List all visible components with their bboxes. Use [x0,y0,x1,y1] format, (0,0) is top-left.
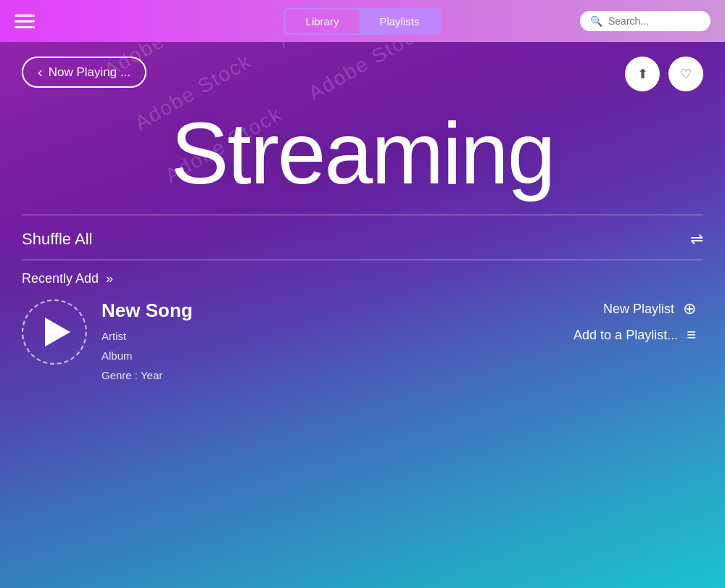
new-playlist-label: New Playlist [603,302,674,317]
new-playlist-row[interactable]: New Playlist ⊕ [603,299,696,318]
play-triangle-icon [45,318,70,347]
song-title: New Song [102,299,193,322]
menu-icon[interactable] [14,15,35,28]
heart-icon: ♡ [680,66,692,82]
add-circle-icon: ⊕ [683,299,696,318]
streaming-title: Streaming [22,109,703,196]
shuffle-icon[interactable]: ⇌ [690,230,703,249]
share-icon: ⬆ [637,66,648,82]
divider-2 [22,260,703,260]
favorite-button[interactable]: ♡ [668,57,703,91]
search-box: 🔍 [580,11,710,31]
play-button[interactable] [22,299,87,365]
now-playing-label: Now Playing ... [49,65,130,80]
main-content: Now Playing ... ⬆ ♡ Streaming Shuffle Al… [0,42,725,588]
recently-add-label: Recently Add [22,271,99,286]
tab-playlists[interactable]: Playlists [359,9,439,33]
share-button[interactable]: ⬆ [625,57,660,91]
now-playing-button[interactable]: Now Playing ... [22,57,146,88]
nav-tabs: Library Playlists [284,8,442,35]
song-info: New Song Artist Album Genre : Year [102,299,193,385]
tab-library[interactable]: Library [286,9,360,33]
shuffle-row: Shuffle All ⇌ [22,226,703,260]
song-artist: Artist Album Genre : Year [102,326,193,385]
chevron-right-icon[interactable]: » [106,271,113,286]
top-actions: ⬆ ♡ [625,57,703,91]
divider-1 [22,215,703,215]
song-row: New Song Artist Album Genre : Year New P… [22,299,703,385]
search-input[interactable] [608,15,700,27]
navbar: Library Playlists 🔍 [0,0,725,42]
shuffle-label: Shuffle All [22,230,92,249]
add-to-playlist-row[interactable]: Add to a Playlist... ≡ [573,326,696,344]
add-to-playlist-label: Add to a Playlist... [573,328,678,343]
recently-add-row: Recently Add » [22,271,703,286]
list-icon: ≡ [687,326,696,344]
search-icon: 🔍 [590,15,602,27]
playlist-actions: New Playlist ⊕ Add to a Playlist... ≡ [573,299,703,344]
